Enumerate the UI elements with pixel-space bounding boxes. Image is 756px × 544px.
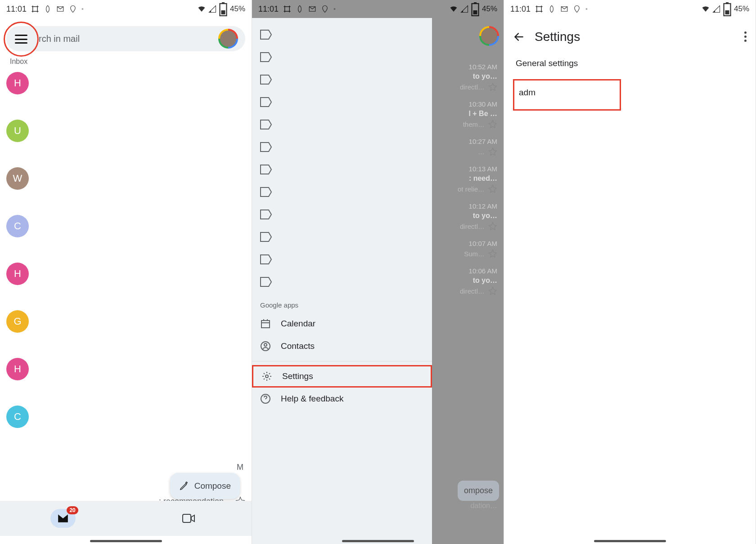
drawer-label-item[interactable]: [252, 203, 432, 226]
status-bar: 11:01 • 45%: [0, 0, 252, 18]
star-icon[interactable]: [488, 82, 497, 91]
drawer-label-item[interactable]: [252, 23, 432, 46]
status-bar: 11:01 • 45%: [504, 0, 756, 18]
svg-rect-14: [726, 2, 729, 4]
nav-handle: [90, 540, 162, 542]
drawer-settings[interactable]: Settings: [252, 365, 432, 388]
nav-drawer: Google apps Calendar Contacts Settings H…: [252, 18, 432, 544]
leaf-icon: [44, 5, 52, 13]
star-icon[interactable]: [488, 147, 497, 156]
search-placeholder: rch in mail: [39, 34, 218, 44]
drawer-label-item[interactable]: [252, 68, 432, 91]
svg-point-9: [264, 343, 267, 346]
drawer-contacts[interactable]: Contacts: [252, 335, 432, 357]
account-email-text: adm: [519, 88, 536, 97]
star-icon[interactable]: [488, 286, 497, 295]
drawer-calendar[interactable]: Calendar: [252, 312, 432, 335]
avatar: H: [6, 358, 29, 380]
list-item[interactable]: C: [6, 406, 245, 428]
battery-icon: [723, 5, 731, 13]
map-pin-icon: [69, 5, 77, 13]
list-item[interactable]: W: [6, 167, 245, 190]
list-item[interactable]: C: [6, 215, 245, 237]
wifi-icon: [198, 5, 206, 13]
label-icon: [260, 254, 272, 264]
list-item[interactable]: 10:07 AMSum…: [432, 235, 504, 263]
label-icon: [260, 120, 272, 129]
overflow-menu-icon[interactable]: [744, 31, 747, 42]
drawer-label-item[interactable]: [252, 181, 432, 203]
drawer-label-item[interactable]: [252, 158, 432, 181]
list-item[interactable]: 10:13 AM: need…ot relie…: [432, 161, 504, 198]
profile-avatar[interactable]: [479, 26, 499, 46]
compose-button[interactable]: Compose: [170, 473, 240, 499]
nav-mail[interactable]: 20: [50, 509, 76, 528]
highlight-circle: [4, 22, 39, 57]
drawer-help[interactable]: Help & feedback: [252, 388, 432, 410]
list-item[interactable]: 10:52 AMto yo…directl…: [432, 58, 504, 96]
drawer-label-item[interactable]: [252, 136, 432, 158]
compose-label: Compose: [194, 481, 231, 491]
drawer-label-item[interactable]: [252, 46, 432, 68]
compose-button-partial[interactable]: ompose: [458, 481, 499, 501]
nav-handle: [594, 540, 666, 542]
svg-rect-13: [725, 10, 729, 14]
label-icon: [260, 232, 272, 242]
drawer-label-item[interactable]: [252, 226, 432, 248]
list-item[interactable]: H: [6, 72, 245, 94]
label-icon: [260, 52, 272, 62]
badge-count: 20: [67, 506, 78, 514]
nav-video[interactable]: [176, 509, 201, 528]
list-item[interactable]: G: [6, 310, 245, 333]
slack-icon: [535, 5, 543, 13]
inbox-sliver: 10:52 AMto yo…directl… 10:30 AMl + Be …t…: [432, 18, 504, 544]
drawer-label-item[interactable]: [252, 91, 432, 113]
star-icon[interactable]: [488, 249, 497, 258]
email-list: H U W C H G H C: [0, 72, 252, 428]
signal-icon: [712, 5, 720, 13]
drawer-label-item[interactable]: [252, 271, 432, 293]
status-time: 11:01: [510, 4, 531, 14]
avatar: H: [6, 263, 29, 285]
gmail-icon: [560, 5, 568, 13]
label-icon: [260, 277, 272, 287]
svg-rect-3: [183, 514, 191, 522]
star-icon[interactable]: [488, 184, 497, 193]
label-icon: [260, 210, 272, 219]
status-dot: •: [81, 5, 84, 13]
battery-percent: 45%: [734, 4, 749, 13]
general-settings-item[interactable]: General settings: [516, 58, 747, 68]
snippet-letter: M: [237, 463, 243, 472]
list-item[interactable]: 10:06 AMto yo…directl…: [432, 263, 504, 300]
list-item[interactable]: 10:27 AM…: [432, 133, 504, 161]
list-item[interactable]: 10:30 AMl + Be …them…: [432, 96, 504, 133]
contacts-icon: [260, 341, 271, 352]
list-item[interactable]: H: [6, 358, 245, 380]
divider: [252, 361, 432, 361]
snippet-partial: dation…: [470, 502, 497, 510]
avatar: H: [6, 72, 29, 94]
menu-icon[interactable]: [15, 35, 27, 44]
battery-percent: 45%: [230, 4, 245, 13]
account-settings-item[interactable]: adm: [513, 79, 621, 111]
page-title: Settings: [535, 30, 580, 44]
drawer-label-item[interactable]: [252, 113, 432, 136]
list-item[interactable]: 10:12 AMto yo…directl…: [432, 198, 504, 235]
svg-rect-2: [222, 2, 225, 4]
signal-icon: [208, 5, 216, 13]
nav-handle: [342, 540, 414, 542]
status-time: 11:01: [6, 4, 27, 14]
label-icon: [260, 30, 272, 40]
star-icon[interactable]: [488, 120, 497, 129]
settings-header: Settings: [504, 18, 756, 56]
profile-avatar[interactable]: [218, 29, 238, 49]
gmail-icon: [56, 5, 64, 13]
star-icon[interactable]: [488, 222, 497, 231]
search-bar[interactable]: rch in mail: [6, 26, 245, 51]
list-item[interactable]: H: [6, 263, 245, 285]
back-icon[interactable]: [513, 31, 525, 43]
pencil-icon: [179, 481, 189, 491]
inbox-label: Inbox: [10, 58, 252, 66]
list-item[interactable]: U: [6, 120, 245, 142]
drawer-label-item[interactable]: [252, 248, 432, 271]
